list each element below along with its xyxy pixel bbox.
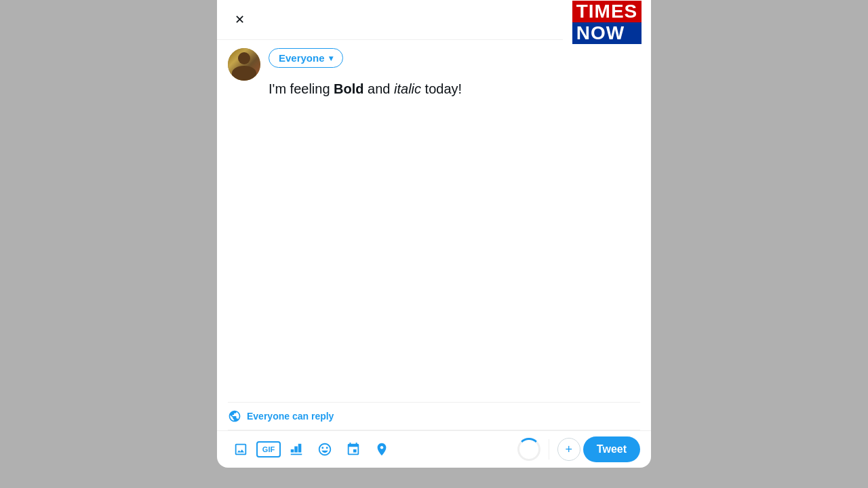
tweet-text-bold: Bold (334, 81, 363, 96)
modal-header: ✕ TIMES NOW (217, 0, 651, 40)
emoji-icon (317, 442, 332, 457)
avatar-image (228, 48, 260, 81)
close-button[interactable]: ✕ (228, 8, 251, 31)
loading-spinner (517, 438, 540, 461)
logo-inner: TIMES NOW (572, 1, 642, 44)
now-text: NOW (572, 22, 642, 44)
tweet-button[interactable]: Tweet (583, 436, 640, 462)
avatar (228, 48, 260, 81)
times-text: TIMES (572, 1, 642, 22)
globe-icon (228, 409, 241, 423)
page-wrapper: Tweet something something else blah blah… (0, 0, 868, 488)
chevron-down-icon: ▾ (329, 54, 333, 63)
location-icon (374, 442, 389, 457)
schedule-icon (346, 442, 361, 457)
image-icon (233, 442, 248, 457)
close-icon: ✕ (235, 12, 245, 27)
times-now-logo: TIMES NOW (563, 0, 651, 44)
gif-button[interactable]: GIF (256, 441, 281, 458)
location-button[interactable] (369, 436, 395, 462)
tweet-modal: ✕ TIMES NOW (217, 0, 651, 468)
reply-option[interactable]: Everyone can reply (217, 403, 651, 430)
tweet-text-plain: I'm feeling (269, 81, 334, 96)
schedule-button[interactable] (340, 436, 366, 462)
toolbar-divider (549, 439, 549, 460)
compose-right: Everyone ▾ I'm feeling Bold and italic t… (269, 48, 640, 394)
gif-label: GIF (262, 445, 275, 453)
toolbar: GIF (217, 430, 651, 468)
add-thread-button[interactable]: + (557, 438, 580, 461)
reply-label: Everyone can reply (247, 411, 334, 422)
image-button[interactable] (228, 436, 254, 462)
poll-icon (289, 442, 304, 457)
tweet-label: Tweet (597, 443, 627, 455)
tweet-text-end: today! (421, 81, 462, 96)
compose-area: Everyone ▾ I'm feeling Bold and italic t… (217, 40, 651, 402)
tweet-text-middle: and (364, 81, 394, 96)
emoji-button[interactable] (312, 436, 338, 462)
tweet-text-italic: italic (394, 81, 421, 96)
add-icon: + (566, 443, 573, 457)
audience-button[interactable]: Everyone ▾ (269, 48, 343, 68)
tweet-text[interactable]: I'm feeling Bold and italic today! (269, 73, 640, 394)
modal-wrapper: ✕ TIMES NOW (217, 0, 651, 488)
audience-label: Everyone (279, 52, 325, 64)
poll-button[interactable] (283, 436, 309, 462)
